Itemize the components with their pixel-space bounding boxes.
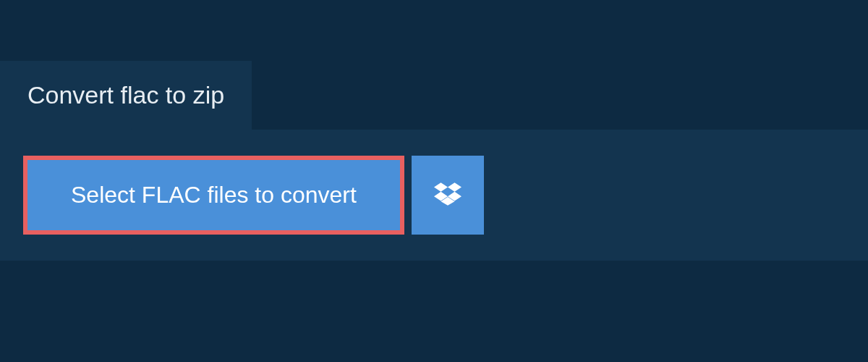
upload-panel: Select FLAC files to convert — [0, 130, 868, 261]
dropbox-icon — [434, 180, 461, 211]
dropbox-button[interactable] — [412, 156, 484, 235]
tab-header: Convert flac to zip — [0, 61, 252, 130]
page-title: Convert flac to zip — [27, 81, 224, 109]
upload-row: Select FLAC files to convert — [23, 156, 845, 235]
select-files-label: Select FLAC files to convert — [71, 182, 357, 209]
select-files-button[interactable]: Select FLAC files to convert — [23, 156, 404, 235]
